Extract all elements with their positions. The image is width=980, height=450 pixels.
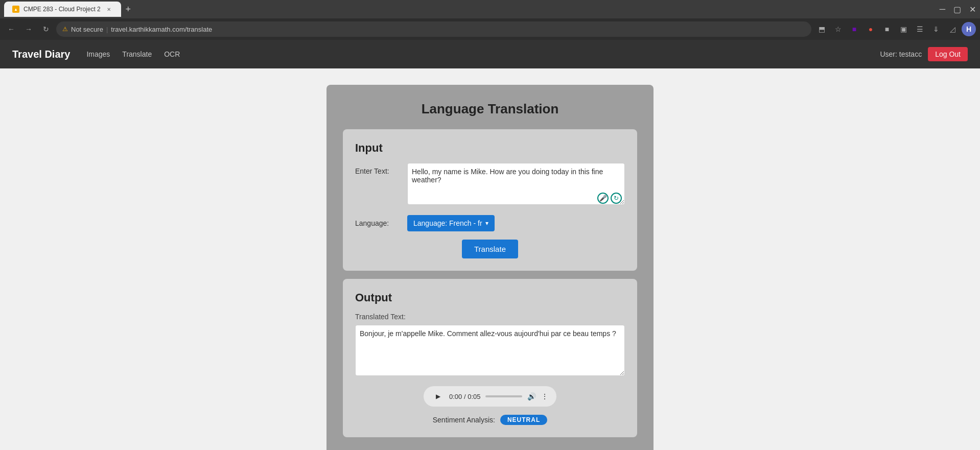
refresh-icon[interactable]: ↻: [611, 193, 622, 204]
audio-player: ▶ 0:00 / 0:05 🔊 ⋮: [424, 386, 556, 407]
input-text-field[interactable]: Hello, my name is Mike. How are you doin…: [407, 163, 625, 205]
security-warning-icon: ⚠: [62, 26, 68, 33]
star-icon[interactable]: ☆: [831, 22, 845, 36]
browser-tab[interactable]: ▲ CMPE 283 - Cloud Project 2 ✕: [4, 2, 121, 17]
enter-text-row: Enter Text: Hello, my name is Mike. How …: [355, 163, 625, 207]
mic-icon[interactable]: 🎤: [597, 193, 609, 204]
input-section-title: Input: [355, 141, 625, 155]
tab-close-button[interactable]: ✕: [105, 5, 113, 13]
user-label: User: testacc: [880, 50, 922, 58]
sentiment-row: Sentiment Analysis: NEUTRAL: [355, 415, 625, 425]
volume-icon[interactable]: 🔊: [527, 392, 536, 400]
nav-links: Images Translate OCR: [86, 48, 180, 60]
output-card: Output Translated Text: Bonjour, je m'ap…: [343, 279, 637, 437]
play-button[interactable]: ▶: [432, 390, 444, 402]
app-title: Travel Diary: [12, 49, 70, 60]
browser-chrome: ▲ CMPE 283 - Cloud Project 2 ✕ + ─ ▢ ✕ ←…: [0, 0, 980, 40]
forward-button[interactable]: →: [21, 22, 36, 36]
url-domain: travel.karthikkamath.com: [111, 26, 185, 33]
translate-btn-row: Translate: [355, 240, 625, 258]
nav-link-translate[interactable]: Translate: [122, 48, 152, 60]
app-nav: Travel Diary Images Translate OCR User: …: [0, 40, 980, 68]
download-icon[interactable]: ⇓: [929, 22, 943, 36]
language-row: Language: Language: French - fr: [355, 215, 625, 231]
audio-current-time: 0:00 / 0:05: [449, 393, 480, 400]
input-text-wrapper: Hello, my name is Mike. How are you doin…: [407, 163, 625, 207]
nav-link-ocr[interactable]: OCR: [164, 48, 180, 60]
new-tab-button[interactable]: +: [121, 2, 135, 16]
more-options-icon[interactable]: ⋮: [541, 392, 548, 400]
adblock-icon[interactable]: ■: [880, 22, 894, 36]
output-text-field[interactable]: Bonjour, je m'appelle Mike. Comment alle…: [355, 325, 625, 376]
main-content: Language Translation Input Enter Text: H…: [0, 68, 980, 450]
textarea-icons: 🎤 ↻: [597, 193, 622, 204]
profile-icon[interactable]: H: [962, 22, 976, 36]
toolbar-icons: ⬒ ☆ ■ ● ■ ▣ ☰ ⇓ ◿ H: [814, 22, 976, 36]
translated-text-label: Translated Text:: [355, 313, 625, 321]
logout-button[interactable]: Log Out: [928, 47, 968, 61]
hamburger-icon[interactable]: ☰: [913, 22, 927, 36]
window-controls: ─ ▢ ✕: [940, 5, 976, 14]
close-button[interactable]: ✕: [969, 5, 976, 14]
sidebar-icon[interactable]: ◿: [945, 22, 960, 36]
url-warning-text: Not secure: [71, 26, 103, 33]
enter-text-label: Enter Text:: [355, 163, 401, 175]
url-separator: |: [106, 26, 108, 33]
nav-link-images[interactable]: Images: [86, 48, 110, 60]
cast-icon[interactable]: ⬒: [814, 22, 829, 36]
input-card: Input Enter Text: Hello, my name is Mike…: [343, 129, 637, 271]
back-button[interactable]: ←: [4, 22, 18, 36]
tab-bar: ▲ CMPE 283 - Cloud Project 2 ✕ + ─ ▢ ✕: [0, 0, 980, 18]
sentiment-label: Sentiment Analysis:: [433, 416, 495, 424]
restore-button[interactable]: ▢: [953, 5, 961, 14]
language-label: Language:: [355, 215, 401, 227]
translate-button[interactable]: Translate: [462, 240, 518, 258]
tab-favicon: ▲: [12, 6, 19, 13]
page-title: Language Translation: [343, 101, 637, 117]
minimize-button[interactable]: ─: [940, 5, 945, 14]
address-bar-row: ← → ↻ ⚠ Not secure | travel.karthikkamat…: [0, 18, 980, 40]
output-section-title: Output: [355, 291, 625, 304]
page-container: Language Translation Input Enter Text: H…: [326, 85, 654, 450]
extension-icon[interactable]: ■: [847, 22, 861, 36]
address-bar[interactable]: ⚠ Not secure | travel.karthikkamath.com/…: [56, 21, 811, 37]
url-text: travel.karthikkamath.com/translate: [111, 26, 212, 33]
nav-right: User: testacc Log Out: [880, 47, 968, 61]
tab-title: CMPE 283 - Cloud Project 2: [24, 6, 101, 13]
sentiment-badge: NEUTRAL: [500, 415, 547, 425]
reload-button[interactable]: ↻: [39, 22, 53, 36]
language-dropdown[interactable]: Language: French - fr: [407, 215, 495, 231]
extension2-icon[interactable]: ●: [864, 22, 878, 36]
url-path: /translate: [185, 26, 212, 33]
puzzle-icon[interactable]: ▣: [896, 22, 911, 36]
audio-progress-bar[interactable]: [485, 395, 522, 397]
